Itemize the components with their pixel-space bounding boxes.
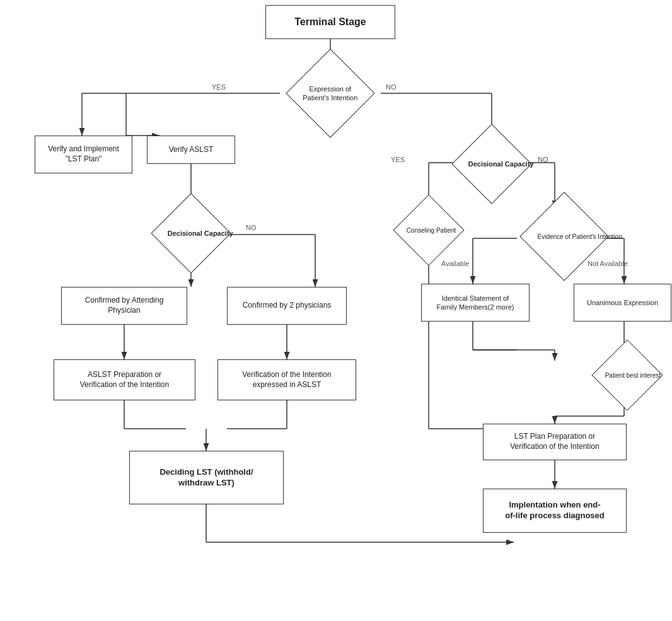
verify-aslst-box: Verify ASLST xyxy=(147,136,235,164)
lst-plan-prep-label: LST Plan Preparation or Verification of … xyxy=(510,432,599,451)
decisional-right-label: Decisional Capacity xyxy=(468,160,516,168)
verification-aslst-label: Verification of the Intention expressed … xyxy=(242,370,331,390)
no-right-top-label: NO xyxy=(386,83,397,91)
available-label: Available xyxy=(441,260,469,267)
expression-diamond-wrap: Expression of Patient's Intention xyxy=(280,68,381,119)
expression-label: Expression of Patient's Intention xyxy=(302,84,359,103)
confirmed-attending-label: Confirmed by Attending Physician xyxy=(85,296,164,315)
verify-lst-label: Verify and Implement "LST Plan" xyxy=(48,144,119,164)
patient-best-interest-diamond: Patient best interest xyxy=(591,339,663,410)
patient-best-interest-wrap: Patient best interest xyxy=(586,353,668,397)
unanimous-expression-label: Unanimous Expression xyxy=(587,298,658,307)
confirmed-2physicians-label: Confirmed by 2 physicians xyxy=(243,301,332,311)
verification-aslst-box: Verification of the Intention expressed … xyxy=(217,359,356,400)
not-available-label: Not Available xyxy=(588,260,628,267)
yes-left-label: YES xyxy=(212,83,226,91)
aslst-prep-label: ASLST Preparation or Verification of the… xyxy=(80,370,169,390)
yes-right-label: YES xyxy=(391,156,405,163)
terminal-stage-label: Terminal Stage xyxy=(294,16,366,29)
implementation-box: Implentation when end- of-life process d… xyxy=(483,489,627,533)
conseling-diamond: Conseling Patient xyxy=(393,194,464,265)
confirmed-2physicians-box: Confirmed by 2 physicians xyxy=(227,287,347,325)
conseling-label: Conseling Patient xyxy=(407,226,451,235)
no-capacity-label: NO xyxy=(246,224,257,231)
decisional-capacity-left-wrap: Decisional Capacity xyxy=(150,205,232,262)
expression-diamond: Expression of Patient's Intention xyxy=(286,49,374,137)
identical-statement-box: Identical Statement of Family Members(2 … xyxy=(421,284,530,322)
aslst-prep-box: ASLST Preparation or Verification of the… xyxy=(54,359,195,400)
patient-best-label: Patient best interest xyxy=(605,371,649,380)
verify-lst-box: Verify and Implement "LST Plan" xyxy=(35,136,132,173)
evidence-diamond-wrap: Evidence of Patient's Intention xyxy=(517,205,611,268)
decisional-left-label: Decisional Capacity xyxy=(168,229,215,238)
lst-plan-prep-box: LST Plan Preparation or Verification of … xyxy=(483,424,627,460)
terminal-stage-box: Terminal Stage xyxy=(265,5,395,39)
deciding-lst-box: Deciding LST (withhold/ withdraw LST) xyxy=(129,451,284,504)
evidence-label: Evidence of Patient's Intention xyxy=(538,233,591,241)
unanimous-expression-box: Unanimous Expression xyxy=(574,284,671,322)
decisional-capacity-right-wrap: Decisional Capacity xyxy=(454,136,530,192)
verify-aslst-label: Verify ASLST xyxy=(169,145,214,155)
deciding-lst-label: Deciding LST (withhold/ withdraw LST) xyxy=(159,467,253,489)
confirmed-attending-box: Confirmed by Attending Physician xyxy=(61,287,187,325)
flowchart: Terminal Stage Expression of Patient's I… xyxy=(0,0,672,621)
decisional-capacity-left-diamond: Decisional Capacity xyxy=(151,193,231,273)
evidence-diamond: Evidence of Patient's Intention xyxy=(519,192,608,281)
implementation-label: Implentation when end- of-life process d… xyxy=(505,500,604,521)
identical-statement-label: Identical Statement of Family Members(2 … xyxy=(437,294,514,312)
conseling-diamond-wrap: Conseling Patient xyxy=(388,205,470,255)
decisional-capacity-right-diamond: Decisional Capacity xyxy=(451,124,531,204)
no-right-dc-label: NO xyxy=(538,156,548,163)
